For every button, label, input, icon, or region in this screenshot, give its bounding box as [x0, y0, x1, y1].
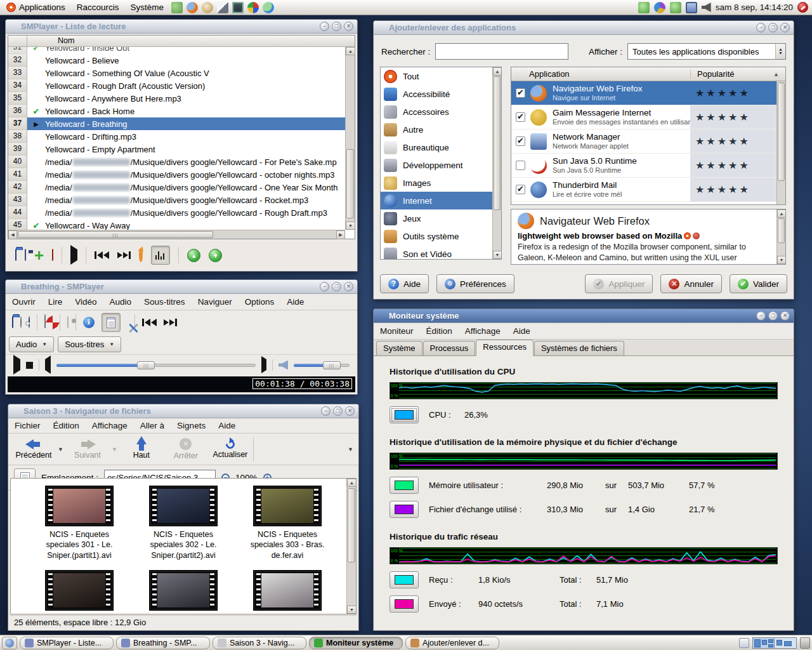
stop-button[interactable]: ✕Arrêter	[164, 435, 207, 464]
logout-icon[interactable]	[797, 2, 808, 13]
tab-systme[interactable]: Système	[376, 341, 422, 355]
scrollbar-handle[interactable]	[494, 76, 501, 210]
playlist-row[interactable]: 41/media//Musique/divers google/Yellowca…	[8, 168, 345, 181]
users-icon[interactable]	[171, 2, 183, 13]
category-system[interactable]: Outils système	[381, 227, 492, 245]
cards-icon[interactable]	[217, 2, 228, 13]
menu-fichier[interactable]: Fichier	[15, 421, 41, 430]
zsnes-icon[interactable]	[232, 2, 244, 13]
scrollbar-handle[interactable]	[778, 218, 785, 243]
menu-aide[interactable]: Aide	[287, 297, 304, 307]
color-button[interactable]	[390, 595, 419, 613]
menu-moniteur[interactable]: Moniteur	[380, 326, 414, 336]
scroll-up-icon[interactable]: ▲	[777, 209, 786, 218]
menu-lire[interactable]: Lire	[48, 297, 63, 307]
checkbox[interactable]	[516, 185, 525, 194]
menu-naviguer[interactable]: Naviguer	[198, 297, 232, 307]
application-row[interactable]: Network ManagerNetwork Manager applet★★★…	[511, 129, 776, 154]
seek-back-icon[interactable]	[45, 359, 51, 371]
stop-icon[interactable]	[26, 362, 33, 369]
minimize-button[interactable]: −	[756, 23, 766, 32]
category-office[interactable]: Bureautique	[381, 138, 492, 156]
tab-ressources[interactable]: Ressources	[476, 340, 534, 356]
next-icon[interactable]	[164, 319, 177, 326]
seek-slider[interactable]: |||	[56, 361, 256, 369]
menu-dition[interactable]: Édition	[53, 421, 79, 430]
workspace-switcher[interactable]	[752, 637, 797, 649]
play-icon[interactable]	[13, 359, 20, 371]
show-desktop-button[interactable]	[2, 637, 17, 649]
scroll-right-icon[interactable]: ▶	[336, 230, 345, 239]
move-up-icon[interactable]: ▲	[187, 249, 200, 262]
minimize-button[interactable]: −	[756, 311, 766, 321]
menu-audio[interactable]: Audio	[110, 297, 132, 307]
filebrowser-titlebar[interactable]: Saison 3 - Navigateur de fichiers −□✕	[8, 404, 358, 418]
menu-options[interactable]: Options	[245, 297, 275, 307]
playlist-horizontal-scrollbar[interactable]: ◀ ▶ |||	[8, 230, 345, 239]
file-item[interactable]: NCIS - Enquetes speciales 302 - Le. Snip…	[133, 486, 234, 560]
scrollbar-handle[interactable]	[346, 149, 354, 218]
scrollbar-handle[interactable]: |||	[18, 231, 213, 238]
detail-scrollbar[interactable]: ▲ ▼	[776, 209, 785, 264]
minimize-button[interactable]: −	[320, 282, 329, 291]
maximize-button[interactable]: □	[332, 22, 341, 31]
ball-icon[interactable]	[247, 2, 259, 13]
applications-scrollbar[interactable]	[776, 81, 785, 204]
scrollbar-handle[interactable]	[348, 488, 355, 562]
save-icon[interactable]	[25, 249, 26, 261]
playlist-row[interactable]: 34Yellowcard - Rough Draft (Acoustic Ver…	[8, 79, 345, 92]
volume-slider[interactable]: |||	[294, 361, 350, 369]
menu-signets[interactable]: Signets	[177, 421, 206, 430]
menu-vido[interactable]: Vidéo	[75, 297, 96, 307]
category-internet[interactable]: Internet	[381, 192, 492, 209]
maximize-button[interactable]: □	[333, 406, 343, 416]
taskbar-button[interactable]: Saison 3 - Navig...	[213, 637, 306, 649]
row-number-column-header[interactable]	[8, 36, 27, 46]
volume-icon[interactable]	[278, 361, 288, 370]
preferences-button[interactable]: ⚙Préférences	[436, 274, 514, 293]
taskbar-button[interactable]: Breathing - SMP...	[116, 637, 210, 649]
playlist-row[interactable]: 40/media//Musique/divers google/Yellowca…	[8, 156, 345, 168]
category-graphics[interactable]: Images	[381, 174, 492, 192]
computer-icon[interactable]	[686, 2, 697, 13]
menu-affichage[interactable]: Affichage	[92, 421, 128, 430]
playlist-row[interactable]: 35Yellowcard - Anywhere But Here.mp3	[8, 92, 345, 105]
menu-aide[interactable]: Aide	[218, 421, 235, 430]
color-button[interactable]	[390, 477, 419, 494]
add-icon[interactable]: +	[34, 249, 44, 261]
category-games[interactable]: Jeux	[381, 209, 492, 227]
scroll-down-icon[interactable]: ▼	[493, 251, 502, 259]
close-button[interactable]: ✕	[344, 22, 353, 31]
cancel-button[interactable]: ✕Annuler	[660, 274, 722, 293]
forward-button[interactable]: Suivant	[66, 435, 109, 464]
playlist-titlebar[interactable]: SMPlayer - Liste de lecture −□✕	[6, 20, 357, 34]
checkbox[interactable]	[516, 112, 525, 122]
taskbar-button[interactable]: Moniteur système	[309, 637, 403, 649]
category-other[interactable]: Autre	[381, 121, 492, 138]
player-titlebar[interactable]: Breathing - SMPlayer −□✕	[6, 280, 357, 294]
shell-icon[interactable]	[202, 2, 213, 13]
addremove-titlebar[interactable]: Ajouter/enlever des applications −□✕	[374, 21, 794, 35]
media-player-icon[interactable]	[654, 2, 665, 13]
tab-systmesdefichiers[interactable]: Systèmes de fichiers	[534, 341, 624, 355]
playlist-row[interactable]: 43/media//Musique/divers google/Yellowca…	[8, 194, 345, 206]
trash-icon[interactable]	[800, 637, 810, 649]
sysmon-titlebar[interactable]: Moniteur système −□✕	[374, 309, 794, 323]
audio-dropdown[interactable]: Audio▼	[9, 336, 54, 352]
refresh-button[interactable]: Actualiser	[209, 435, 252, 464]
repeat-icon[interactable]	[139, 249, 143, 261]
applications-menu[interactable]: Applications	[3, 1, 69, 13]
maximize-button[interactable]: □	[768, 311, 778, 321]
user-clock-icon[interactable]	[670, 2, 681, 13]
forward-dropdown-icon[interactable]: ▼	[112, 446, 117, 453]
menu-soustitres[interactable]: Sous-titres	[144, 297, 185, 307]
msn-icon[interactable]	[263, 2, 274, 13]
application-row[interactable]: Navigateur Web FirefoxNavigue sur Intern…	[511, 81, 776, 105]
menu-affichage[interactable]: Affichage	[465, 326, 501, 336]
window-list-icon[interactable]	[739, 638, 749, 648]
apply-button[interactable]: ✔Appliquer	[585, 274, 653, 293]
playlist-row[interactable]: 33Yellowcard - Something Of Value (Acous…	[8, 67, 345, 79]
open-disc-icon[interactable]	[20, 317, 22, 328]
cpu-color-button[interactable]	[390, 406, 419, 423]
scroll-down-icon[interactable]: ▼	[777, 256, 786, 264]
